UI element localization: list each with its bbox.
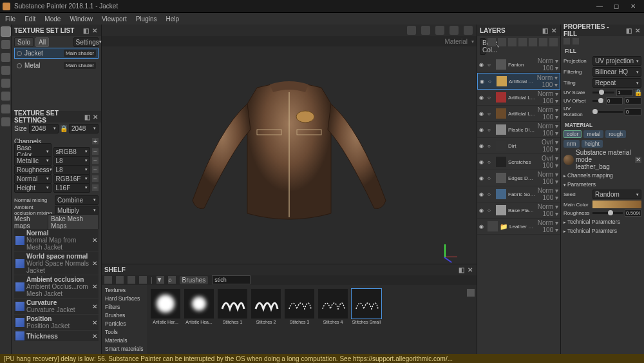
channel-name-dropdown[interactable]: Height <box>14 183 52 193</box>
menu-mode[interactable]: Mode <box>41 14 64 24</box>
layer-visibility-icon[interactable]: ◉ <box>479 111 486 117</box>
shelf-search-input[interactable] <box>212 275 251 284</box>
display-3d-icon[interactable] <box>421 26 430 35</box>
brush-item[interactable]: Stitches Small <box>352 289 381 324</box>
menu-window[interactable]: Window <box>66 14 97 24</box>
section-tech1[interactable]: Technical Parameters <box>561 217 644 226</box>
delete-layer-icon[interactable] <box>549 38 558 46</box>
brush-item[interactable]: Stitches 4 <box>318 289 348 324</box>
layer-item[interactable]: ◉ ○ Base Plastic Norm ▾100 ▾ <box>477 202 560 219</box>
layer-visibility-icon[interactable]: ◉ <box>479 159 486 165</box>
panel-close-icon[interactable]: ✕ <box>466 266 474 273</box>
layer-link-icon[interactable]: ○ <box>488 143 494 149</box>
size2-dropdown[interactable]: 2048 <box>69 124 99 133</box>
mesh-map-item[interactable]: NormalNormal Map from Mesh Jacket✕ <box>14 229 99 251</box>
uv-scale-input[interactable] <box>616 89 633 96</box>
mesh-map-item[interactable]: Ambient occlusionAmbient Occlus...rom Me… <box>14 275 99 298</box>
channel-name-dropdown[interactable]: Metallic <box>14 156 52 166</box>
size-dropdown[interactable]: 2048 <box>29 124 59 133</box>
prop-tab-brush-icon[interactable] <box>573 38 579 44</box>
layer-visibility-icon[interactable]: ◉ <box>479 62 486 68</box>
clear-map-icon[interactable]: ✕ <box>92 283 97 290</box>
maximize-button[interactable]: ◻ <box>608 1 625 12</box>
layer-link-icon[interactable]: ○ <box>488 79 495 84</box>
layer-visibility-icon[interactable]: ◉ <box>479 127 486 133</box>
tool-more[interactable] <box>1 117 10 126</box>
layer-item[interactable]: ◉ ○ Artificial Leather co... Norm ▾100 ▾ <box>477 73 560 90</box>
brush-item[interactable]: Stitches 2 <box>251 289 281 324</box>
shelf-back-icon[interactable] <box>116 276 124 284</box>
layer-link-icon[interactable]: ○ <box>488 111 494 117</box>
roughness-slider[interactable] <box>592 212 623 214</box>
layer-item[interactable]: ◉ ○ Scratches Ovrl ▾100 ▾ <box>477 154 560 170</box>
tool-projection[interactable] <box>1 53 10 62</box>
uv-offset-slider[interactable] <box>592 100 604 102</box>
menu-file[interactable]: File <box>1 14 19 24</box>
panel-close-icon[interactable]: ✕ <box>92 113 99 121</box>
channel-fmt-dropdown[interactable]: L16F <box>53 183 91 193</box>
channel-fmt-dropdown[interactable]: sRGB8 <box>53 147 91 157</box>
panel-undock-icon[interactable]: ◧ <box>82 26 90 34</box>
layer-visibility-icon[interactable]: ◉ <box>479 191 486 197</box>
remove-channel-icon[interactable]: − <box>92 184 99 191</box>
shelf-home-icon[interactable] <box>104 276 112 284</box>
add-channel-button[interactable]: + <box>92 138 99 144</box>
layer-visibility-icon[interactable]: ◉ <box>479 208 486 213</box>
uv-rotation-slider[interactable] <box>592 111 623 113</box>
layer-item[interactable]: ◉ ○ Fabric Soft Denim Norm ▾100 ▾ <box>477 186 560 202</box>
shelf-fwd-icon[interactable] <box>128 276 135 284</box>
add-fill-layer-icon[interactable] <box>488 38 496 46</box>
chip-nrm[interactable]: nrm <box>564 140 580 148</box>
section-channels-mapping[interactable]: Channels mapping <box>561 171 644 180</box>
layer-item[interactable]: ◉ 📁 Leather Stylized Norm ▾100 ▾ <box>477 219 560 235</box>
add-effect-icon[interactable] <box>539 38 547 46</box>
menu-viewport[interactable]: Viewport <box>98 14 131 24</box>
layer-item[interactable]: ◉ ○ Artificial Leather co... Norm ▾100 ▾ <box>477 90 560 106</box>
layer-item[interactable]: ◉ ○ Artificial Leather Norm ▾100 ▾ <box>477 106 560 122</box>
add-layer-icon[interactable] <box>498 38 506 46</box>
panel-close-icon[interactable]: ✕ <box>550 26 558 34</box>
brush-item[interactable]: Artistic Har... <box>151 289 180 324</box>
shelf-category[interactable]: Tools <box>103 328 146 336</box>
chip-height[interactable]: height <box>582 140 603 148</box>
add-folder-icon[interactable] <box>518 38 527 46</box>
channel-fmt-dropdown[interactable]: RGB16F <box>53 174 91 184</box>
tiling-dropdown[interactable]: Repeat <box>592 78 641 88</box>
main-color-swatch[interactable] <box>592 201 641 208</box>
render-icon[interactable] <box>450 26 459 35</box>
shelf-refresh-icon[interactable] <box>139 276 147 284</box>
brush-item[interactable]: Stitches 1 <box>218 289 247 324</box>
clear-material-icon[interactable]: ✕ <box>635 157 641 163</box>
panel-close-icon[interactable]: ✕ <box>91 26 99 34</box>
layer-visibility-icon[interactable]: ◉ <box>479 143 486 149</box>
remove-channel-icon[interactable]: − <box>92 166 99 173</box>
channel-fmt-dropdown[interactable]: L8 <box>53 165 91 175</box>
search-icon[interactable]: ⌕ <box>168 276 176 284</box>
layer-link-icon[interactable]: ○ <box>488 159 494 165</box>
channel-fmt-dropdown[interactable]: L8 <box>53 156 91 166</box>
camera-icon[interactable] <box>435 26 444 35</box>
layer-link-icon[interactable]: ○ <box>488 208 494 213</box>
layer-link-icon[interactable]: ○ <box>488 175 494 181</box>
clear-map-icon[interactable]: ✕ <box>92 319 97 326</box>
shelf-category[interactable]: Textures <box>103 286 146 294</box>
material-thumbnail[interactable] <box>564 155 574 165</box>
tool-picker[interactable] <box>1 104 10 113</box>
texture-set-metal[interactable]: Metal Main shader <box>14 60 99 71</box>
seed-button[interactable]: Random <box>592 190 641 199</box>
viewport-3d[interactable] <box>102 46 477 264</box>
lock-icon[interactable]: 🔒 <box>635 90 641 96</box>
tool-clone[interactable] <box>1 92 10 101</box>
layer-visibility-icon[interactable]: ◉ <box>479 175 486 181</box>
layer-link-icon[interactable]: ○ <box>488 62 494 68</box>
normal-mixing-dropdown[interactable]: Combine <box>55 195 99 205</box>
search-tag[interactable]: Brushes <box>180 276 209 284</box>
tool-eraser[interactable] <box>1 40 10 49</box>
clear-map-icon[interactable]: ✕ <box>92 237 97 244</box>
filter-icon[interactable]: ▼ <box>156 276 164 284</box>
visibility-icon[interactable] <box>17 63 22 68</box>
settings-icon[interactable] <box>464 26 473 35</box>
all-button[interactable]: All <box>35 37 49 47</box>
layer-item[interactable]: ◉ ○ Edges Damages Norm ▾100 ▾ <box>477 170 560 186</box>
layer-visibility-icon[interactable]: ◉ <box>480 79 486 84</box>
